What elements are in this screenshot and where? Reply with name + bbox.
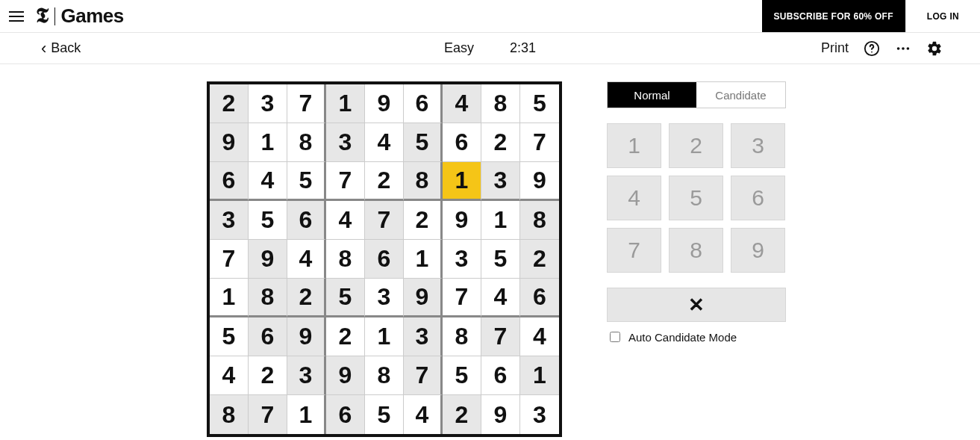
sudoku-cell[interactable]: 3 [210,201,249,240]
sudoku-cell[interactable]: 9 [404,279,443,317]
sudoku-cell[interactable]: 1 [365,317,404,356]
sudoku-cell[interactable]: 2 [520,240,559,279]
sudoku-cell[interactable]: 3 [249,84,287,123]
sudoku-cell[interactable]: 7 [520,123,559,162]
sudoku-cell[interactable]: 7 [481,317,520,356]
sudoku-cell[interactable]: 4 [365,123,404,162]
sudoku-cell[interactable]: 5 [404,123,443,162]
sudoku-cell[interactable]: 3 [443,240,481,279]
sudoku-cell[interactable]: 3 [520,395,559,434]
sudoku-cell[interactable]: 9 [287,317,326,356]
sudoku-cell[interactable]: 9 [520,162,559,201]
sudoku-cell[interactable]: 1 [210,279,249,317]
sudoku-cell[interactable]: 7 [404,356,443,395]
sudoku-cell[interactable]: 8 [249,279,287,317]
sudoku-cell[interactable]: 9 [210,123,249,162]
sudoku-cell[interactable]: 2 [210,84,249,123]
key-6[interactable]: 6 [731,176,785,220]
sudoku-cell[interactable]: 2 [481,123,520,162]
sudoku-cell[interactable]: 6 [404,84,443,123]
key-5[interactable]: 5 [669,176,723,220]
tab-normal[interactable]: Normal [608,82,696,108]
subscribe-button[interactable]: SUBSCRIBE FOR 60% OFF [762,0,905,32]
sudoku-cell[interactable]: 6 [210,162,249,201]
sudoku-cell[interactable]: 3 [481,162,520,201]
sudoku-cell[interactable]: 6 [249,317,287,356]
sudoku-cell[interactable]: 4 [249,162,287,201]
key-9[interactable]: 9 [731,228,785,273]
sudoku-cell[interactable]: 3 [287,356,326,395]
sudoku-cell[interactable]: 1 [481,201,520,240]
settings-icon[interactable] [926,40,943,57]
sudoku-cell[interactable]: 4 [520,317,559,356]
key-2[interactable]: 2 [669,123,723,168]
sudoku-cell[interactable]: 4 [287,240,326,279]
sudoku-cell[interactable]: 6 [481,356,520,395]
sudoku-cell[interactable]: 8 [443,317,481,356]
sudoku-cell[interactable]: 4 [326,201,365,240]
sudoku-cell[interactable]: 2 [365,162,404,201]
sudoku-cell[interactable]: 8 [210,395,249,434]
sudoku-cell[interactable]: 5 [443,356,481,395]
sudoku-cell[interactable]: 8 [481,84,520,123]
brand-logo[interactable]: 𝕿 Games [36,4,124,28]
auto-candidate-row[interactable]: Auto Candidate Mode [607,329,786,344]
sudoku-cell[interactable]: 5 [365,395,404,434]
sudoku-cell[interactable]: 7 [326,162,365,201]
sudoku-cell[interactable]: 6 [287,201,326,240]
key-8[interactable]: 8 [669,228,723,273]
sudoku-cell[interactable]: 7 [287,84,326,123]
sudoku-cell[interactable]: 6 [365,240,404,279]
sudoku-cell[interactable]: 8 [365,356,404,395]
sudoku-cell[interactable]: 1 [287,395,326,434]
sudoku-cell[interactable]: 1 [326,84,365,123]
key-1[interactable]: 1 [607,123,661,168]
sudoku-cell[interactable]: 9 [481,395,520,434]
erase-button[interactable]: ✕ [607,288,786,322]
sudoku-cell[interactable]: 9 [249,240,287,279]
login-button[interactable]: LOG IN [905,0,980,32]
key-7[interactable]: 7 [607,228,661,273]
sudoku-cell[interactable]: 8 [326,240,365,279]
sudoku-cell[interactable]: 3 [326,123,365,162]
sudoku-cell[interactable]: 2 [249,356,287,395]
sudoku-cell[interactable]: 9 [326,356,365,395]
sudoku-cell[interactable]: 1 [249,123,287,162]
key-3[interactable]: 3 [731,123,785,168]
sudoku-cell[interactable]: 5 [481,240,520,279]
auto-candidate-checkbox[interactable] [610,332,620,342]
back-button[interactable]: ‹ Back [41,40,81,57]
sudoku-cell[interactable]: 4 [481,279,520,317]
sudoku-cell[interactable]: 3 [365,279,404,317]
sudoku-cell[interactable]: 8 [287,123,326,162]
sudoku-cell[interactable]: 2 [326,317,365,356]
menu-icon[interactable] [3,7,30,26]
sudoku-cell[interactable]: 4 [210,356,249,395]
sudoku-cell[interactable]: 1 [443,162,481,201]
sudoku-cell[interactable]: 6 [443,123,481,162]
help-icon[interactable] [864,40,880,57]
sudoku-cell[interactable]: 8 [404,162,443,201]
sudoku-cell[interactable]: 1 [520,356,559,395]
sudoku-cell[interactable]: 8 [520,201,559,240]
sudoku-cell[interactable]: 7 [443,279,481,317]
tab-candidate[interactable]: Candidate [696,82,785,108]
sudoku-cell[interactable]: 9 [365,84,404,123]
sudoku-board[interactable]: 2371964859183456276457281393564729187948… [207,81,562,437]
sudoku-cell[interactable]: 5 [287,162,326,201]
sudoku-cell[interactable]: 2 [404,201,443,240]
sudoku-cell[interactable]: 2 [287,279,326,317]
sudoku-cell[interactable]: 7 [249,395,287,434]
sudoku-cell[interactable]: 6 [520,279,559,317]
sudoku-cell[interactable]: 2 [443,395,481,434]
sudoku-cell[interactable]: 4 [404,395,443,434]
key-4[interactable]: 4 [607,176,661,220]
sudoku-cell[interactable]: 3 [404,317,443,356]
sudoku-cell[interactable]: 6 [326,395,365,434]
sudoku-cell[interactable]: 5 [326,279,365,317]
more-icon[interactable] [895,40,911,57]
sudoku-cell[interactable]: 5 [210,317,249,356]
sudoku-cell[interactable]: 5 [249,201,287,240]
sudoku-cell[interactable]: 1 [404,240,443,279]
sudoku-cell[interactable]: 5 [520,84,559,123]
